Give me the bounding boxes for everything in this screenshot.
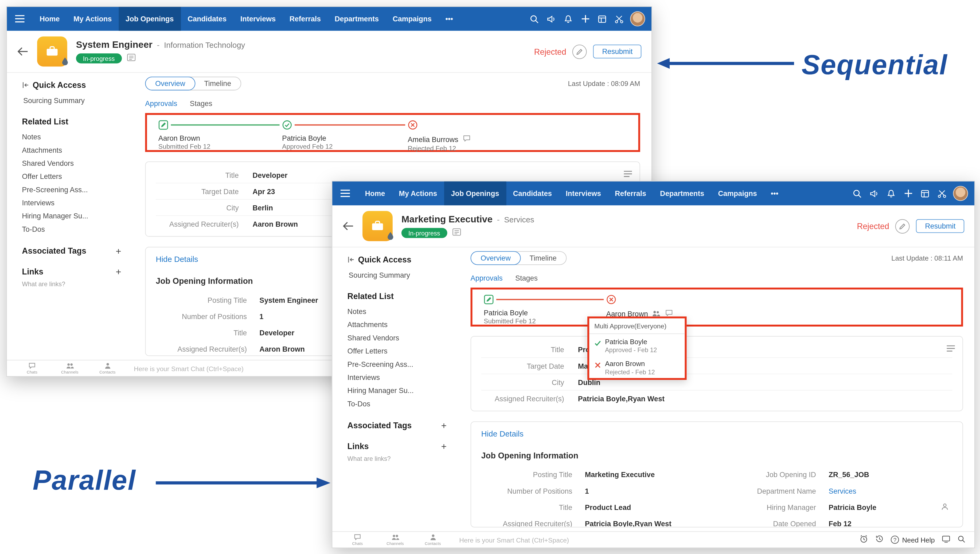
channels-button[interactable]: Channels	[376, 534, 414, 546]
sidebar-item-to-dos[interactable]: To-Dos	[22, 223, 134, 236]
back-button[interactable]	[343, 221, 354, 231]
feedback-icon[interactable]	[942, 534, 951, 545]
page-title: System Engineer	[76, 39, 153, 50]
nav-job-openings[interactable]: Job Openings	[119, 7, 180, 31]
add-link-button[interactable]: +	[116, 266, 121, 277]
tab-stages[interactable]: Stages	[190, 100, 212, 107]
add-link-button[interactable]: +	[441, 441, 447, 452]
avatar[interactable]	[630, 11, 645, 26]
nav-home[interactable]: Home	[33, 7, 67, 31]
submitted-icon	[484, 295, 536, 307]
avatar[interactable]	[953, 186, 968, 201]
nav-more[interactable]: •••	[764, 181, 785, 205]
card-menu-icon[interactable]	[624, 168, 632, 180]
nav-candidates[interactable]: Candidates	[180, 7, 233, 31]
edit-approval-icon[interactable]	[573, 44, 587, 59]
sidebar-item-offer-letters[interactable]: Offer Letters	[22, 170, 134, 183]
nav-more[interactable]: •••	[438, 7, 460, 31]
announcement-icon[interactable]	[543, 7, 560, 31]
nav-campaigns[interactable]: Campaigns	[386, 7, 438, 31]
sidebar-item-notes[interactable]: Notes	[347, 305, 459, 318]
sidebar-item-interviews[interactable]: Interviews	[347, 371, 459, 384]
tab-timeline[interactable]: Timeline	[195, 77, 241, 90]
nav-departments[interactable]: Departments	[328, 7, 386, 31]
announcement-icon[interactable]	[866, 181, 883, 205]
links-heading: Links +	[347, 441, 459, 452]
apps-icon[interactable]	[594, 7, 611, 31]
resubmit-button[interactable]: Resubmit	[593, 45, 641, 59]
nav-my-actions[interactable]: My Actions	[67, 7, 119, 31]
resubmit-button[interactable]: Resubmit	[916, 219, 964, 233]
sidebar-item-sourcing-summary[interactable]: Sourcing Summary	[22, 94, 134, 107]
chats-button[interactable]: Chats	[339, 534, 376, 546]
tab-approvals[interactable]: Approvals	[471, 274, 503, 282]
menu-icon[interactable]	[332, 181, 358, 205]
sidebar-item-notes[interactable]: Notes	[22, 130, 134, 143]
collapse-sidebar-icon[interactable]	[22, 82, 29, 89]
add-icon[interactable]	[577, 7, 594, 31]
reminder-icon[interactable]	[859, 534, 868, 545]
contacts-button[interactable]: Contacts	[414, 534, 452, 546]
tab-timeline[interactable]: Timeline	[520, 252, 566, 264]
notifications-icon[interactable]	[560, 7, 577, 31]
add-tag-button[interactable]: +	[441, 420, 447, 431]
field-label: Number of Positions	[156, 313, 247, 320]
person-icon[interactable]	[941, 501, 948, 513]
notes-icon[interactable]	[127, 53, 135, 64]
tab-approvals[interactable]: Approvals	[145, 100, 177, 107]
history-icon[interactable]	[875, 534, 884, 545]
smart-chat-input[interactable]: Here is your Smart Chat (Ctrl+Space)	[459, 536, 569, 543]
tab-overview[interactable]: Overview	[471, 251, 521, 265]
sidebar-item-shared-vendors[interactable]: Shared Vendors	[22, 156, 134, 170]
sidebar-item-to-dos[interactable]: To-Dos	[347, 397, 459, 410]
menu-icon[interactable]	[7, 7, 33, 31]
what-are-links-link[interactable]: What are links?	[22, 280, 134, 288]
comment-icon[interactable]	[462, 134, 471, 144]
tab-stages[interactable]: Stages	[515, 274, 538, 282]
notifications-icon[interactable]	[883, 181, 900, 205]
nav-interviews[interactable]: Interviews	[559, 181, 608, 205]
apps-icon[interactable]	[916, 181, 934, 205]
tab-overview[interactable]: Overview	[145, 76, 195, 91]
nav-my-actions[interactable]: My Actions	[392, 181, 444, 205]
sidebar-item-interviews[interactable]: Interviews	[22, 196, 134, 209]
card-menu-icon[interactable]	[947, 343, 955, 354]
sidebar-item-hiring-manager[interactable]: Hiring Manager Su...	[347, 384, 459, 397]
chats-button[interactable]: Chats	[13, 362, 51, 374]
back-button[interactable]	[17, 47, 28, 56]
collapse-sidebar-icon[interactable]	[347, 256, 354, 263]
add-tag-button[interactable]: +	[116, 246, 121, 256]
hide-details-link[interactable]: Hide Details	[481, 430, 953, 438]
edit-approval-icon[interactable]	[896, 219, 910, 233]
sidebar-item-attachments[interactable]: Attachments	[22, 143, 134, 156]
sidebar-item-attachments[interactable]: Attachments	[347, 318, 459, 331]
sidebar-item-hiring-manager[interactable]: Hiring Manager Su...	[22, 209, 134, 222]
nav-home[interactable]: Home	[358, 181, 392, 205]
contacts-button[interactable]: Contacts	[89, 362, 126, 374]
nav-candidates[interactable]: Candidates	[506, 181, 559, 205]
channels-button[interactable]: Channels	[51, 362, 89, 374]
nav-campaigns[interactable]: Campaigns	[711, 181, 764, 205]
associated-tags-heading: Associated Tags +	[22, 246, 134, 256]
sidebar-item-sourcing-summary[interactable]: Sourcing Summary	[347, 268, 459, 281]
department-link[interactable]: Services	[829, 487, 856, 495]
sidebar-item-offer-letters[interactable]: Offer Letters	[347, 344, 459, 357]
add-icon[interactable]	[900, 181, 917, 205]
nav-departments[interactable]: Departments	[653, 181, 711, 205]
nav-job-openings[interactable]: Job Openings	[444, 181, 506, 205]
search-icon[interactable]	[849, 181, 866, 205]
search-icon[interactable]	[957, 534, 966, 545]
scissors-icon[interactable]	[610, 7, 628, 31]
notes-icon[interactable]	[452, 227, 461, 239]
search-icon[interactable]	[526, 7, 543, 31]
smart-chat-input[interactable]: Here is your Smart Chat (Ctrl+Space)	[134, 365, 244, 372]
sidebar-item-pre-screening[interactable]: Pre-Screening Ass...	[347, 357, 459, 370]
sidebar-item-shared-vendors[interactable]: Shared Vendors	[347, 331, 459, 344]
sidebar-item-pre-screening[interactable]: Pre-Screening Ass...	[22, 183, 134, 196]
scissors-icon[interactable]	[934, 181, 951, 205]
need-help-button[interactable]: ? Need Help	[891, 536, 935, 544]
what-are-links-link[interactable]: What are links?	[347, 455, 459, 462]
nav-referrals[interactable]: Referrals	[608, 181, 653, 205]
nav-referrals[interactable]: Referrals	[283, 7, 328, 31]
nav-interviews[interactable]: Interviews	[233, 7, 283, 31]
